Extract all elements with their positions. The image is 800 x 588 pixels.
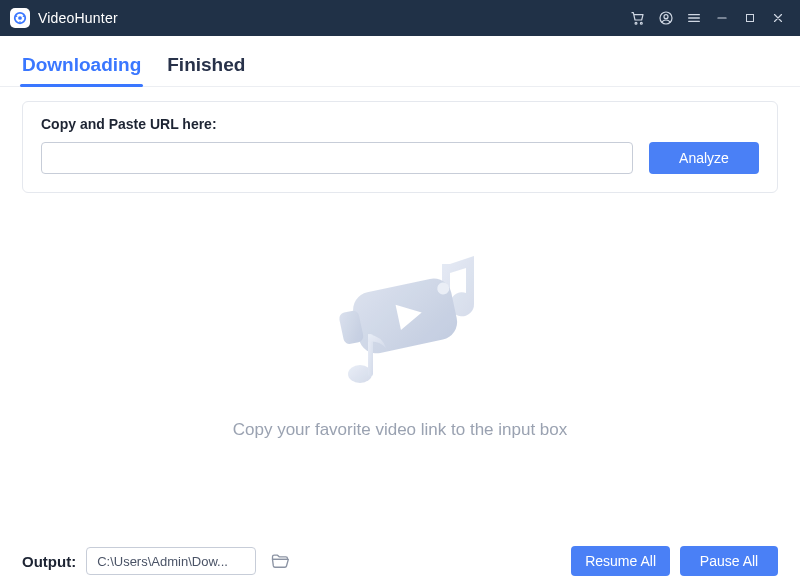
url-input[interactable] [41,142,633,174]
url-panel: Copy and Paste URL here: Analyze [22,101,778,193]
output-label: Output: [22,553,76,570]
pause-all-button[interactable]: Pause All [680,546,778,576]
footer: Output: C:\Users\Admin\Dow... Resume All… [0,534,800,588]
empty-illustration-icon [300,246,500,406]
menu-icon[interactable] [680,4,708,32]
open-folder-icon[interactable] [266,547,294,575]
close-icon[interactable] [764,4,792,32]
minimize-icon[interactable] [708,4,736,32]
empty-hint: Copy your favorite video link to the inp… [233,420,568,440]
url-label: Copy and Paste URL here: [41,116,759,132]
maximize-icon[interactable] [736,4,764,32]
svg-point-2 [16,15,18,17]
tab-finished[interactable]: Finished [167,54,245,86]
tab-downloading[interactable]: Downloading [22,54,141,86]
resume-all-button[interactable]: Resume All [571,546,670,576]
app-title: VideoHunter [38,10,118,26]
titlebar: VideoHunter [0,0,800,36]
svg-point-6 [640,22,642,24]
empty-state: Copy your favorite video link to the inp… [0,193,800,493]
app-logo-icon [10,8,30,28]
svg-rect-9 [747,15,754,22]
svg-point-5 [635,22,637,24]
svg-point-8 [664,15,668,19]
svg-point-4 [19,21,21,23]
cart-icon[interactable] [624,4,652,32]
output-path[interactable]: C:\Users\Admin\Dow... [86,547,256,575]
svg-point-1 [18,16,22,20]
analyze-button[interactable]: Analyze [649,142,759,174]
account-icon[interactable] [652,4,680,32]
tab-bar: Downloading Finished [0,36,800,87]
svg-point-3 [23,15,25,17]
